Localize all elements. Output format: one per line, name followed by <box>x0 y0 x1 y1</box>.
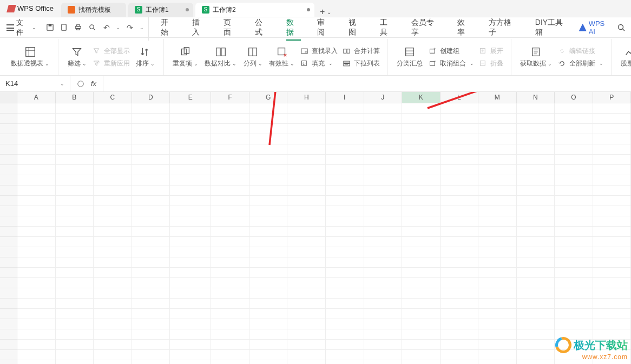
cell[interactable] <box>364 247 403 257</box>
expand-button[interactable]: 展开 <box>476 45 505 57</box>
row-header[interactable] <box>0 319 17 329</box>
dropdown-list-button[interactable]: 下拉列表 <box>340 58 382 69</box>
menu-efficiency[interactable]: 效率 <box>450 15 480 41</box>
cell[interactable] <box>132 175 170 186</box>
cell[interactable] <box>56 196 94 206</box>
cell[interactable] <box>478 309 517 319</box>
cell[interactable] <box>326 309 364 319</box>
menu-page[interactable]: 页面 <box>216 15 246 41</box>
cell[interactable] <box>17 103 56 114</box>
stocks-button[interactable]: 股票⌄ <box>617 44 631 70</box>
cell[interactable] <box>441 350 479 360</box>
cell[interactable] <box>94 288 132 299</box>
cell[interactable] <box>402 360 441 364</box>
cell[interactable] <box>402 247 441 257</box>
cell[interactable] <box>441 114 479 124</box>
cell[interactable] <box>517 329 555 340</box>
cell[interactable] <box>402 350 441 360</box>
cell[interactable] <box>517 257 555 268</box>
cell[interactable] <box>478 288 517 299</box>
cell[interactable] <box>249 216 288 227</box>
cell[interactable] <box>326 186 364 196</box>
cell[interactable] <box>17 124 56 134</box>
cell[interactable] <box>517 165 555 175</box>
cell[interactable] <box>170 103 211 114</box>
cell[interactable] <box>17 257 56 268</box>
cell[interactable] <box>555 114 593 124</box>
cell[interactable] <box>132 288 170 299</box>
cell[interactable] <box>56 278 94 288</box>
cell[interactable] <box>402 237 441 247</box>
cell[interactable] <box>287 196 326 206</box>
cell[interactable] <box>364 360 403 364</box>
cell[interactable] <box>326 299 364 309</box>
cell[interactable] <box>478 319 517 329</box>
cell[interactable] <box>170 329 211 340</box>
fill-button[interactable]: 填充⌄ <box>298 58 340 69</box>
cell[interactable] <box>132 196 170 206</box>
cell[interactable] <box>249 278 288 288</box>
cell[interactable] <box>132 360 170 364</box>
cell[interactable] <box>211 350 249 360</box>
cell[interactable] <box>249 124 288 134</box>
cell[interactable] <box>517 196 555 206</box>
pivot-table-button[interactable]: 数据透视表⌄ <box>8 44 52 70</box>
cell[interactable] <box>555 257 593 268</box>
menu-formula[interactable]: 公式 <box>247 15 278 41</box>
cell[interactable] <box>593 237 631 247</box>
cell[interactable] <box>555 329 593 340</box>
select-all-corner[interactable] <box>0 92 17 103</box>
row-header[interactable] <box>0 360 17 364</box>
chevron-down-icon[interactable]: ⌄ <box>116 25 120 30</box>
search-button[interactable] <box>617 23 626 32</box>
cell[interactable] <box>249 350 288 360</box>
cell[interactable] <box>555 124 593 134</box>
column-header[interactable]: E <box>170 92 211 103</box>
cell[interactable] <box>94 319 132 329</box>
cell[interactable] <box>249 247 288 257</box>
cell[interactable] <box>56 124 94 134</box>
cell[interactable] <box>94 155 132 165</box>
cell[interactable] <box>17 134 56 144</box>
cell[interactable] <box>593 360 631 364</box>
cell[interactable] <box>211 268 249 278</box>
cell[interactable] <box>132 340 170 350</box>
cell[interactable] <box>94 124 132 134</box>
column-header[interactable]: J <box>364 92 403 103</box>
cell[interactable] <box>132 299 170 309</box>
cell-area[interactable] <box>17 103 631 364</box>
cell[interactable] <box>326 155 364 165</box>
cell[interactable] <box>211 309 249 319</box>
cell[interactable] <box>326 257 364 268</box>
cell[interactable] <box>402 206 441 216</box>
cell[interactable] <box>211 196 249 206</box>
cell[interactable] <box>555 278 593 288</box>
cell[interactable] <box>555 134 593 144</box>
cell[interactable] <box>249 155 288 165</box>
cell[interactable] <box>211 257 249 268</box>
column-header[interactable]: I <box>326 92 364 103</box>
cell[interactable] <box>170 124 211 134</box>
cell[interactable] <box>211 237 249 247</box>
cell[interactable] <box>478 278 517 288</box>
cell[interactable] <box>593 268 631 278</box>
cell[interactable] <box>17 165 56 175</box>
cell[interactable] <box>441 288 479 299</box>
cell[interactable] <box>17 196 56 206</box>
cell[interactable] <box>170 144 211 155</box>
cell[interactable] <box>94 340 132 350</box>
menu-data[interactable]: 数据 <box>279 15 309 41</box>
cell[interactable] <box>441 268 479 278</box>
cell[interactable] <box>441 237 479 247</box>
cell[interactable] <box>478 114 517 124</box>
cell[interactable] <box>249 175 288 186</box>
edit-link-button[interactable]: 编辑链接 <box>555 45 606 57</box>
cell[interactable] <box>287 175 326 186</box>
cell[interactable] <box>249 340 288 350</box>
cell[interactable] <box>287 103 326 114</box>
cell[interactable] <box>94 278 132 288</box>
cell[interactable] <box>326 114 364 124</box>
row-header[interactable] <box>0 309 17 319</box>
column-header[interactable]: B <box>56 92 94 103</box>
cell[interactable] <box>132 124 170 134</box>
